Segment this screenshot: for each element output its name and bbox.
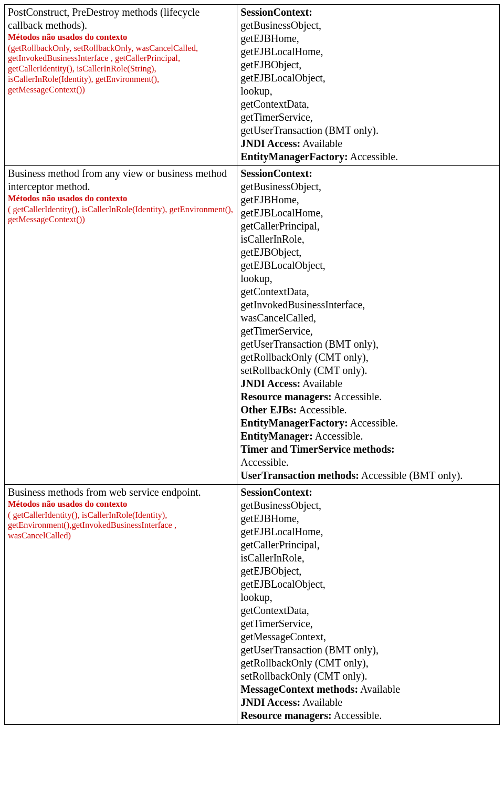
right-line: getMessageContext, [240, 630, 496, 643]
right-line: getCallerPrincipal, [240, 220, 496, 233]
right-line: getEJBLocalObject, [240, 71, 496, 85]
right-line: lookup, [240, 272, 496, 285]
right-line-rest: Accessible. [332, 391, 382, 402]
right-line-rest: getEJBObject, [240, 246, 301, 258]
right-line-rest: getEJBLocalObject, [240, 72, 326, 84]
red-body: (getRollbackOnly, setRollbackOnly, wasCa… [8, 43, 234, 95]
right-line: getContextData, [240, 98, 496, 111]
right-line-rest: Available [300, 696, 342, 708]
main-text: Business method from any view or busines… [8, 167, 234, 193]
right-line: EntityManagerFactory: Accessible. [240, 150, 496, 163]
table-row: PostConstruct, PreDestroy methods (lifec… [5, 5, 500, 166]
right-line: getEJBObject, [240, 565, 496, 578]
right-line: getTimerService, [240, 617, 496, 630]
right-line: setRollbackOnly (CMT only). [240, 364, 496, 377]
right-line: SessionContext: [240, 486, 496, 499]
right-line-rest: Available [300, 138, 342, 149]
right-line: EntityManagerFactory: Accessible. [240, 417, 496, 430]
red-body: ( getCallerIdentity(), isCallerInRole(Id… [8, 204, 234, 225]
right-line-rest: Accessible. [348, 417, 398, 429]
right-line-rest: isCallerInRole, [240, 233, 304, 245]
right-line-bold: Other EJBs: [240, 404, 297, 415]
right-line: JNDI Access: Available [240, 137, 496, 150]
right-line: getCallerPrincipal, [240, 538, 496, 551]
main-text: PostConstruct, PreDestroy methods (lifec… [8, 6, 234, 32]
right-line-bold: JNDI Access: [240, 138, 300, 149]
right-line-rest: getEJBLocalHome, [240, 526, 323, 537]
right-line: setRollbackOnly (CMT only). [240, 670, 496, 683]
right-line-bold: EntityManagerFactory: [240, 151, 348, 162]
right-line: Resource managers: Accessible. [240, 390, 496, 403]
right-line-rest: getEJBHome, [240, 33, 299, 44]
right-line: getEJBHome, [240, 32, 496, 45]
right-line: getTimerService, [240, 111, 496, 124]
right-line: getBusinessObject, [240, 180, 496, 193]
right-line-rest: getUserTransaction (BMT only). [240, 124, 379, 136]
right-line: getEJBObject, [240, 58, 496, 71]
right-line: lookup, [240, 85, 496, 98]
right-line-rest: getRollbackOnly (CMT only), [240, 351, 369, 363]
right-line-rest: getBusinessObject, [240, 499, 321, 511]
right-line: getEJBLocalHome, [240, 206, 496, 220]
right-line-rest: getEJBObject, [240, 565, 301, 577]
right-line-rest: getCallerPrincipal, [240, 220, 320, 232]
right-line: JNDI Access: Available [240, 377, 496, 390]
right-cell: SessionContext:getBusinessObject,getEJBH… [237, 485, 500, 725]
right-line: getRollbackOnly (CMT only), [240, 351, 496, 364]
left-cell: Business method from any view or busines… [5, 166, 237, 485]
right-line: isCallerInRole, [240, 551, 496, 565]
left-cell: Business methods from web service endpoi… [5, 485, 237, 725]
right-line: getEJBHome, [240, 193, 496, 206]
right-line: lookup, [240, 591, 496, 604]
right-line-rest: getEJBHome, [240, 513, 299, 524]
right-line-rest: getEJBLocalObject, [240, 259, 326, 271]
right-line-rest: Accessible (BMT only). [359, 470, 463, 481]
right-line: MessageContext methods: Available [240, 683, 496, 696]
right-line: getInvokedBusinessInterface, [240, 298, 496, 311]
right-cell: SessionContext:getBusinessObject,getEJBH… [237, 5, 500, 166]
right-line: getUserTransaction (BMT only). [240, 124, 496, 137]
right-line-rest: getBusinessObject, [240, 19, 321, 31]
right-line-rest: getContextData, [240, 605, 309, 616]
right-line-bold: MessageContext methods: [240, 683, 358, 695]
red-body: ( getCallerIdentity(), isCallerInRole(Id… [8, 510, 234, 541]
red-title: Métodos não usados do contexto [8, 193, 234, 204]
right-line: getContextData, [240, 604, 496, 617]
right-line-rest: getTimerService, [240, 618, 313, 629]
right-line-rest: getInvokedBusinessInterface, [240, 299, 365, 310]
right-line-rest: setRollbackOnly (CMT only). [240, 365, 367, 376]
right-line: getRollbackOnly (CMT only), [240, 657, 496, 670]
left-cell: PostConstruct, PreDestroy methods (lifec… [5, 5, 237, 166]
right-line: Timer and TimerService methods: Accessib… [240, 443, 496, 469]
right-line: getTimerService, [240, 325, 496, 338]
right-line-rest: lookup, [240, 85, 272, 97]
right-line: getUserTransaction (BMT only), [240, 338, 496, 351]
right-line: EntityManager: Accessible. [240, 430, 496, 443]
right-line-bold: Timer and TimerService methods: [240, 443, 395, 455]
right-line-rest: Accessible. [240, 456, 289, 468]
table-row: Business method from any view or busines… [5, 166, 500, 485]
right-line-rest: getTimerService, [240, 111, 313, 123]
right-line-rest: getRollbackOnly (CMT only), [240, 657, 369, 669]
right-line: getEJBLocalHome, [240, 525, 496, 538]
right-line-rest: lookup, [240, 273, 272, 284]
right-line-rest: Available [300, 378, 342, 389]
right-line-bold: SessionContext: [240, 486, 312, 498]
right-line: getBusinessObject, [240, 19, 496, 32]
right-line-rest: getUserTransaction (BMT only), [240, 338, 379, 350]
right-line: getEJBLocalObject, [240, 259, 496, 272]
right-line-rest: lookup, [240, 591, 272, 603]
right-line: getEJBHome, [240, 512, 496, 525]
right-line-rest: getUserTransaction (BMT only), [240, 644, 379, 655]
right-line-rest: Accessible. [313, 430, 363, 442]
right-line-bold: UserTransaction methods: [240, 470, 359, 481]
right-line-rest: getMessageContext, [240, 631, 326, 642]
right-line-rest: getTimerService, [240, 325, 313, 337]
red-title: Métodos não usados do contexto [8, 499, 234, 510]
right-cell: SessionContext:getBusinessObject,getEJBH… [237, 166, 500, 485]
right-line-bold: Resource managers: [240, 391, 331, 402]
main-text: Business methods from web service endpoi… [8, 486, 234, 499]
right-line-rest: getEJBObject, [240, 59, 301, 70]
table-row: Business methods from web service endpoi… [5, 485, 500, 725]
right-line-bold: EntityManagerFactory: [240, 417, 348, 429]
